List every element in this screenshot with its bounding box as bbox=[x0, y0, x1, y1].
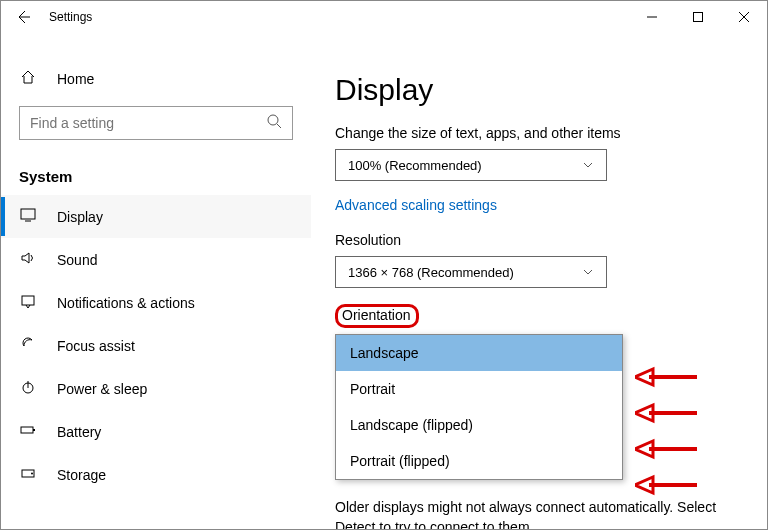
svg-point-4 bbox=[268, 115, 278, 125]
svg-point-14 bbox=[31, 473, 33, 475]
annotation-arrow bbox=[635, 366, 695, 386]
sidebar-item-storage[interactable]: Storage bbox=[1, 453, 311, 496]
svg-rect-11 bbox=[21, 427, 33, 433]
home-icon bbox=[19, 69, 37, 88]
search-field[interactable] bbox=[30, 115, 266, 131]
home-label: Home bbox=[57, 71, 94, 87]
minimize-button[interactable] bbox=[629, 1, 675, 33]
resolution-select[interactable]: 1366 × 768 (Recommended) bbox=[335, 256, 607, 288]
page-title: Display bbox=[335, 73, 743, 107]
annotation-arrow bbox=[635, 402, 695, 422]
multi-display-note: Older displays might not always connect … bbox=[335, 498, 743, 529]
sidebar-item-label: Notifications & actions bbox=[57, 295, 195, 311]
sidebar-item-notifications[interactable]: Notifications & actions bbox=[1, 281, 311, 324]
sidebar-item-focus-assist[interactable]: Focus assist bbox=[1, 324, 311, 367]
sidebar-item-label: Power & sleep bbox=[57, 381, 147, 397]
orientation-label: Orientation bbox=[335, 304, 419, 328]
sound-icon bbox=[19, 250, 37, 269]
sidebar-item-display[interactable]: Display bbox=[1, 195, 311, 238]
svg-line-5 bbox=[277, 124, 281, 128]
svg-rect-12 bbox=[33, 429, 35, 431]
home-link[interactable]: Home bbox=[1, 63, 311, 94]
titlebar: Settings bbox=[1, 1, 767, 33]
power-icon bbox=[19, 379, 37, 398]
focus-assist-icon bbox=[19, 336, 37, 355]
svg-rect-1 bbox=[694, 13, 703, 22]
orientation-option-portrait-flipped[interactable]: Portrait (flipped) bbox=[336, 443, 622, 479]
section-title: System bbox=[1, 152, 311, 195]
resolution-label: Resolution bbox=[335, 232, 743, 248]
orientation-option-portrait[interactable]: Portrait bbox=[336, 371, 622, 407]
sidebar-item-sound[interactable]: Sound bbox=[1, 238, 311, 281]
scale-label: Change the size of text, apps, and other… bbox=[335, 125, 743, 141]
orientation-option-landscape[interactable]: Landscape bbox=[336, 335, 622, 371]
advanced-scaling-link[interactable]: Advanced scaling settings bbox=[335, 197, 497, 213]
close-button[interactable] bbox=[721, 1, 767, 33]
content: Display Change the size of text, apps, a… bbox=[311, 33, 767, 529]
scale-value: 100% (Recommended) bbox=[348, 158, 482, 173]
sidebar: Home System Display Sound Notifications … bbox=[1, 33, 311, 529]
orientation-dropdown[interactable]: Landscape Portrait Landscape (flipped) P… bbox=[335, 334, 623, 480]
annotation-arrow bbox=[635, 474, 695, 494]
sidebar-item-label: Display bbox=[57, 209, 103, 225]
notifications-icon bbox=[19, 293, 37, 312]
orientation-option-landscape-flipped[interactable]: Landscape (flipped) bbox=[336, 407, 622, 443]
chevron-down-icon bbox=[582, 159, 594, 171]
sidebar-item-label: Storage bbox=[57, 467, 106, 483]
storage-icon bbox=[19, 465, 37, 484]
battery-icon bbox=[19, 422, 37, 441]
window-title: Settings bbox=[49, 10, 92, 24]
maximize-button[interactable] bbox=[675, 1, 721, 33]
sidebar-item-battery[interactable]: Battery bbox=[1, 410, 311, 453]
svg-rect-6 bbox=[21, 209, 35, 219]
search-input[interactable] bbox=[19, 106, 293, 140]
sidebar-item-label: Focus assist bbox=[57, 338, 135, 354]
sidebar-item-power-sleep[interactable]: Power & sleep bbox=[1, 367, 311, 410]
sidebar-item-label: Battery bbox=[57, 424, 101, 440]
annotation-arrow bbox=[635, 438, 695, 458]
svg-rect-8 bbox=[22, 296, 34, 305]
chevron-down-icon bbox=[582, 266, 594, 278]
resolution-value: 1366 × 768 (Recommended) bbox=[348, 265, 514, 280]
back-button[interactable] bbox=[15, 9, 31, 25]
display-icon bbox=[19, 207, 37, 226]
scale-select[interactable]: 100% (Recommended) bbox=[335, 149, 607, 181]
sidebar-item-label: Sound bbox=[57, 252, 97, 268]
search-icon bbox=[266, 113, 282, 133]
